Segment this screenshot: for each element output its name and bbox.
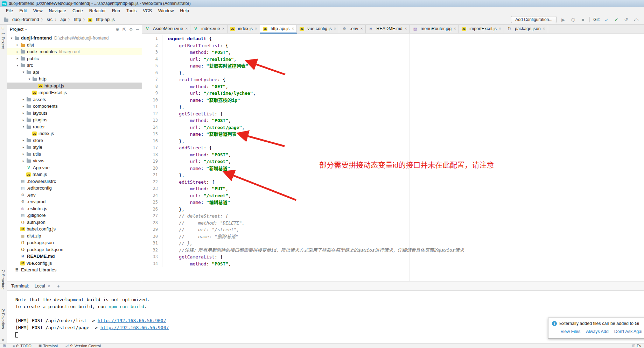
favorites-star-icon[interactable]: ★ [1,338,5,342]
breadcrumb-item[interactable]: src [45,16,54,23]
code-line[interactable]: name: "获取巷道列表" [168,131,644,138]
code-line[interactable]: method: "POST", [168,49,644,56]
code-line[interactable]: method: "POST", [168,117,644,124]
tree-item-.browserslistrc[interactable]: ▤.browserslistrc [7,178,142,185]
code-line[interactable]: addStreet: { [168,144,644,151]
chevron-down-icon[interactable]: ▾ [25,28,27,31]
code-line[interactable]: }, [168,172,644,179]
code-line[interactable]: url: "/realTime/lychee", [168,90,644,97]
code-line[interactable]: }, [168,206,644,213]
code-line[interactable]: }, [168,138,644,145]
history-icon[interactable]: ↺ [623,17,629,22]
code-line[interactable]: name: "获取荔枝的ip" [168,97,644,104]
tree-item-http[interactable]: ▾http [7,76,142,83]
tree-item-router[interactable]: ▾router [7,123,142,130]
tree-item-components[interactable]: ▸components [7,103,142,110]
code-line[interactable]: name: "获取实时监控列表" [168,63,644,70]
code-line[interactable]: export default { [168,35,644,42]
tree-item-src[interactable]: ▾src [7,62,142,69]
new-terminal-button[interactable]: + [56,284,61,289]
tool-window-switcher-icon[interactable]: ⊞ [3,344,6,348]
collapse-all-icon[interactable]: ⇱ [122,27,126,32]
menu-file[interactable]: File [3,7,16,15]
close-icon[interactable]: × [185,26,188,31]
chevron-down-icon[interactable]: ▾ [21,125,26,128]
notification-action-don-t-ask-agai[interactable]: Don't Ask Agai [614,329,642,334]
menu-refactor[interactable]: Refactor [86,7,109,15]
menu-window[interactable]: Window [155,7,177,15]
menu-code[interactable]: Code [69,7,86,15]
code-line[interactable]: method: "POST", [168,151,644,158]
tree-item-assets[interactable]: ▸assets [7,96,142,103]
chevron-right-icon[interactable]: ▸ [15,57,20,60]
code-line[interactable]: url: "/realTime", [168,56,644,63]
close-icon[interactable]: × [292,26,294,31]
chevron-right-icon[interactable]: ▸ [15,50,20,54]
breadcrumb-item[interactable]: duoji-frontend [11,16,40,23]
code-line[interactable]: url: "/street", [168,192,644,199]
tree-item-README.md[interactable]: MREADME.md [7,253,142,260]
code-line[interactable]: // method: "DELETE", [168,220,644,227]
code-line[interactable]: //注释：所有用到删除的接口都需要拼接变量id，所以请求方式采用了挂载在原型链上… [168,247,644,254]
chevron-right-icon[interactable]: ▸ [21,98,26,101]
status-item-terminal[interactable]: ▣Terminal [38,344,58,348]
menu-run[interactable]: Run [109,7,123,15]
status-item-9-version-control[interactable]: ⎇9: Version Control [65,344,101,348]
tab-README.md[interactable]: MREADME.md× [366,25,410,34]
status-item-6-todo[interactable]: ≡6: TODO [13,344,31,348]
tree-item-.editorconfig[interactable]: ▤.editorconfig [7,185,142,192]
code-line[interactable]: // }, [168,240,644,247]
tab-package.json[interactable]: {}package.json× [504,25,548,34]
code-line[interactable]: getStreetList: { [168,111,644,118]
tree-item-api[interactable]: ▾api [7,69,142,76]
tree-item-duoji-frontend[interactable]: ▾duoji-frontendD:\zheheWeb\duoji-fronten… [7,35,142,42]
code-line[interactable]: method: "POST", [168,261,644,268]
tree-item-views[interactable]: ▸views [7,157,142,164]
close-icon[interactable]: × [222,26,225,31]
tree-item-http-api.js[interactable]: JShttp-api.js [7,83,142,90]
chevron-down-icon[interactable]: ▾ [21,70,26,74]
close-icon[interactable]: × [48,284,50,288]
code-line[interactable]: realTimeLychee: { [168,76,644,83]
notification-action-always-add[interactable]: Always Add [586,329,609,334]
code-line[interactable]: // url: "/street", [168,226,644,233]
terminal-link[interactable]: http://192.168.66.56:9007 [98,318,166,323]
tree-item-babel.config.js[interactable]: JSbabel.config.js [7,226,142,233]
tab-AsideMenu.vue[interactable]: VAsideMenu.vue× [142,25,190,34]
code-line[interactable]: // name: "删除巷道" [168,233,644,240]
locate-file-icon[interactable]: ⊕ [116,27,119,32]
code-line[interactable]: method: "PUT", [168,185,644,192]
tree-item-utils[interactable]: ▸utils [7,151,142,158]
tree-item-store[interactable]: ▸store [7,137,142,144]
menu-help[interactable]: Help [177,7,192,15]
code-line[interactable]: method: "GET", [168,83,644,90]
code-line[interactable]: }, [168,70,644,77]
close-icon[interactable]: × [499,26,501,31]
tree-item-vue.config.js[interactable]: JSvue.config.js [7,260,142,267]
status-bar-right[interactable]: ◫ Ev [632,344,641,348]
revert-icon[interactable]: ⤺ [633,17,639,22]
tree-item-importExcel.js[interactable]: JSimportExcel.js [7,89,142,96]
debug-icon[interactable]: ⬡ [570,17,576,22]
breadcrumb-item[interactable]: http-api.js [94,16,116,23]
close-icon[interactable]: × [405,26,407,31]
tree-item-public[interactable]: ▸public [7,55,142,62]
tree-item-plugins[interactable]: ▸plugins [7,116,142,123]
tree-item-dist[interactable]: ▸dist [7,42,142,49]
menu-view[interactable]: View [30,7,46,15]
stop-icon[interactable]: ■ [580,17,586,22]
chevron-right-icon[interactable]: ▸ [15,43,20,47]
code-line[interactable]: getRealTimeList: { [168,42,644,49]
tree-item-node_modules[interactable]: ▸node_moduleslibrary root [7,48,142,55]
code-line[interactable]: // deleteStreet: { [168,213,644,220]
menu-tools[interactable]: Tools [123,7,140,15]
stripe-structure-button[interactable]: 7: Structure [1,270,5,290]
terminal-tab-local[interactable]: Local × [33,284,51,289]
tree-item-App.vue[interactable]: VApp.vue [7,164,142,171]
close-icon[interactable]: × [360,26,363,31]
close-icon[interactable]: × [334,26,336,31]
chevron-right-icon[interactable]: ▸ [21,152,26,156]
breadcrumb-item[interactable]: http [72,16,83,23]
chevron-down-icon[interactable]: ▾ [15,64,20,67]
code-line[interactable]: name: "编辑巷道" [168,199,644,206]
